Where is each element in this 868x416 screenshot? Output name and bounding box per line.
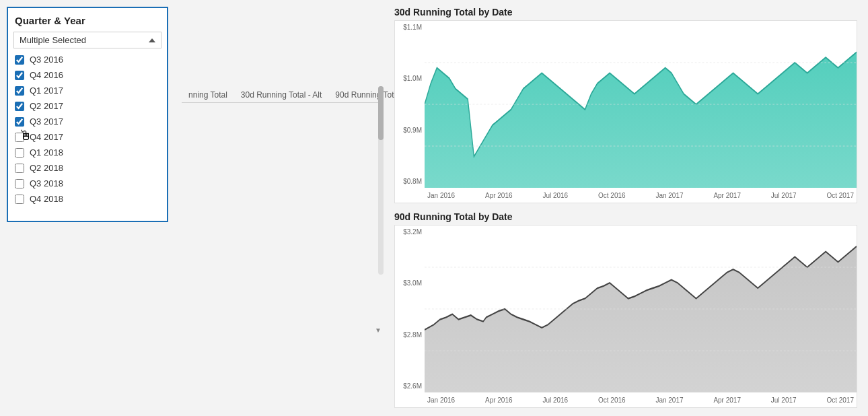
- x-axis-label: Apr 2017: [713, 396, 741, 404]
- checkbox-input[interactable]: [15, 71, 24, 80]
- x-axis-label: Jan 2017: [655, 396, 683, 404]
- y-axis-label: $0.9M: [395, 127, 425, 134]
- checkbox-label: Q1 2017: [30, 85, 63, 96]
- scrollbar-thumb[interactable]: [378, 86, 384, 140]
- checkbox-label: Q3 2017: [30, 116, 63, 127]
- left-panel: Quarter & Year Multiple Selected Q3 2016…: [0, 0, 175, 416]
- chart1-svg: [425, 21, 857, 188]
- checkbox-item[interactable]: Q1 2017: [13, 83, 159, 98]
- checkbox-item[interactable]: Q2 2018: [13, 161, 159, 175]
- chart2-y-axis: $3.2M$3.0M$2.8M$2.6M: [395, 226, 425, 392]
- filter-box: Quarter & Year Multiple Selected Q3 2016…: [7, 7, 168, 222]
- x-axis-label: Jan 2016: [427, 396, 455, 404]
- checkbox-label: Q3 2018: [30, 178, 63, 188]
- checkbox-item[interactable]: Q4 2017: [13, 130, 159, 144]
- checkbox-item[interactable]: Q3 2016: [13, 53, 159, 67]
- checkbox-label: Q2 2017: [30, 101, 63, 111]
- charts-panel: 30d Running Total by Date $1.1M$1.0M$0.9…: [384, 0, 868, 416]
- x-axis-label: Jul 2016: [542, 396, 568, 404]
- y-axis-label: $0.8M: [395, 178, 425, 185]
- chevron-up-icon: [149, 38, 155, 42]
- tab-item[interactable]: nning Total: [182, 88, 234, 102]
- checkbox-input[interactable]: [15, 117, 24, 127]
- checkbox-input[interactable]: [15, 133, 24, 142]
- x-axis-label: Oct 2017: [826, 396, 854, 404]
- checkbox-item[interactable]: Q1 2018: [13, 145, 159, 160]
- x-axis-label: Jul 2017: [771, 396, 797, 404]
- chart1-x-axis: Jan 2016Apr 2016Jul 2016Oct 2016Jan 2017…: [425, 188, 857, 203]
- x-axis-label: Apr 2016: [485, 192, 513, 199]
- scroll-down-arrow[interactable]: ▼: [373, 324, 384, 335]
- checkbox-item[interactable]: Q3 2018: [13, 176, 159, 190]
- y-axis-label: $1.1M: [395, 24, 425, 31]
- checkbox-label: Q4 2018: [30, 194, 63, 204]
- checkbox-item[interactable]: Q3 2017: [13, 114, 159, 129]
- y-axis-label: $2.6M: [395, 382, 425, 390]
- x-axis-label: Oct 2016: [598, 396, 626, 404]
- checkbox-input[interactable]: [15, 86, 24, 96]
- chart1-container: $1.1M$1.0M$0.9M$0.8M: [394, 20, 857, 203]
- y-axis-label: $3.0M: [395, 279, 425, 287]
- chart1-title: 30d Running Total by Date: [394, 7, 857, 18]
- chart2-title: 90d Running Total by Date: [394, 211, 857, 222]
- checkbox-label: Q4 2016: [30, 70, 63, 80]
- checkbox-input[interactable]: [15, 55, 24, 65]
- checkbox-list: Q3 2016Q4 2016Q1 2017Q2 2017Q3 2017Q4 20…: [13, 53, 161, 206]
- tab-item[interactable]: 30d Running Total - Alt: [234, 88, 329, 102]
- chart2-area: [425, 226, 857, 392]
- chart1-area: [425, 21, 857, 188]
- checkbox-item[interactable]: Q4 2016: [13, 68, 159, 82]
- chart2-svg: [425, 226, 857, 392]
- checkbox-input[interactable]: [15, 102, 24, 111]
- middle-tabs: nning Total30d Running Total - Alt90d Ru…: [175, 0, 384, 416]
- checkbox-input[interactable]: [15, 179, 24, 188]
- chart2-x-axis: Jan 2016Apr 2016Jul 2016Oct 2016Jan 2017…: [425, 392, 857, 407]
- filter-title: Quarter & Year: [13, 15, 161, 26]
- dropdown-label: Multiple Selected: [20, 35, 86, 45]
- checkbox-label: Q1 2018: [30, 147, 63, 158]
- checkbox-label: Q4 2017: [30, 132, 63, 142]
- x-axis-label: Jan 2017: [655, 192, 683, 199]
- x-axis-label: Apr 2016: [485, 396, 513, 404]
- chart2-section: 90d Running Total by Date $3.2M$3.0M$2.8…: [394, 211, 857, 409]
- x-axis-label: Oct 2016: [598, 192, 626, 199]
- checkbox-input[interactable]: [15, 148, 24, 158]
- checkbox-input[interactable]: [15, 195, 24, 204]
- x-axis-label: Jul 2017: [771, 192, 797, 199]
- y-axis-label: $1.0M: [395, 75, 425, 82]
- x-axis-label: Jan 2016: [427, 192, 455, 199]
- checkbox-item[interactable]: Q4 2018: [13, 192, 159, 206]
- chart1-y-axis: $1.1M$1.0M$0.9M$0.8M: [395, 21, 425, 188]
- tabs-row: nning Total30d Running Total - Alt90d Ru…: [182, 88, 384, 103]
- vertical-scrollbar[interactable]: [378, 86, 384, 275]
- x-axis-label: Jul 2016: [542, 192, 568, 199]
- y-axis-label: $2.8M: [395, 331, 425, 339]
- chart2-container: $3.2M$3.0M$2.8M$2.6M: [394, 225, 857, 408]
- checkbox-item[interactable]: Q2 2017: [13, 99, 159, 113]
- checkbox-label: Q3 2016: [30, 55, 63, 65]
- checkbox-label: Q2 2018: [30, 163, 63, 173]
- x-axis-label: Oct 2017: [826, 192, 854, 199]
- chart1-section: 30d Running Total by Date $1.1M$1.0M$0.9…: [394, 7, 857, 205]
- dropdown-header[interactable]: Multiple Selected: [13, 32, 161, 48]
- checkbox-input[interactable]: [15, 164, 24, 173]
- y-axis-label: $3.2M: [395, 228, 425, 236]
- x-axis-label: Apr 2017: [713, 192, 741, 199]
